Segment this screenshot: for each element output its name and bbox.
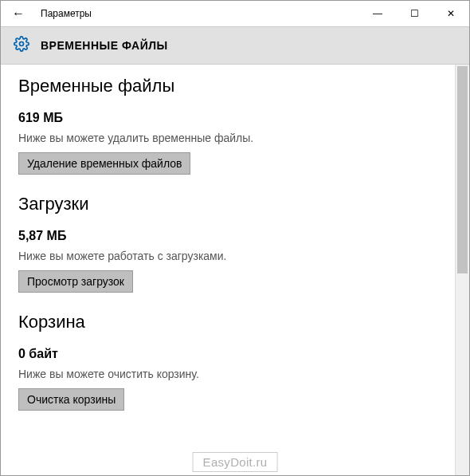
app-title: Параметры	[36, 8, 92, 19]
view-downloads-button[interactable]: Просмотр загрузок	[18, 270, 133, 293]
minimize-button[interactable]: —	[359, 1, 396, 26]
window-controls: — ☐ ✕	[359, 1, 469, 26]
downloads-desc: Ниже вы можете работать с загрузками.	[18, 250, 437, 262]
temp-size: 619 МБ	[18, 111, 437, 125]
section-heading-temp: Временные файлы	[18, 76, 437, 96]
maximize-button[interactable]: ☐	[396, 1, 433, 26]
scrollbar-thumb[interactable]	[457, 66, 468, 273]
empty-bin-button[interactable]: Очистка корзины	[18, 388, 124, 411]
titlebar: ← Параметры — ☐ ✕	[1, 1, 469, 26]
watermark: EasyDoit.ru	[193, 452, 278, 472]
bin-desc: Ниже вы можете очистить корзину.	[18, 368, 437, 380]
page-header: ВРЕМЕННЫЕ ФАЙЛЫ	[1, 26, 469, 65]
downloads-size: 5,87 МБ	[18, 229, 437, 243]
scrollbar[interactable]	[455, 65, 469, 475]
section-heading-bin: Корзина	[18, 312, 437, 332]
bin-size: 0 байт	[18, 347, 437, 361]
section-recycle-bin: Корзина 0 байт Ниже вы можете очистить к…	[18, 312, 437, 411]
page-title: ВРЕМЕННЫЕ ФАЙЛЫ	[41, 39, 168, 52]
temp-desc: Ниже вы можете удалить временные файлы.	[18, 132, 437, 144]
section-heading-downloads: Загрузки	[18, 194, 437, 214]
content: Временные файлы 619 МБ Ниже вы можете уд…	[1, 65, 455, 475]
gear-icon	[14, 36, 29, 55]
section-temp-files: Временные файлы 619 МБ Ниже вы можете уд…	[18, 76, 437, 175]
content-wrap: Временные файлы 619 МБ Ниже вы можете уд…	[1, 65, 469, 475]
close-button[interactable]: ✕	[433, 1, 469, 26]
titlebar-left: ← Параметры	[9, 4, 92, 23]
section-downloads: Загрузки 5,87 МБ Ниже вы можете работать…	[18, 194, 437, 293]
svg-point-0	[20, 42, 24, 46]
back-button[interactable]: ←	[9, 4, 28, 23]
delete-temp-files-button[interactable]: Удаление временных файлов	[18, 152, 190, 175]
